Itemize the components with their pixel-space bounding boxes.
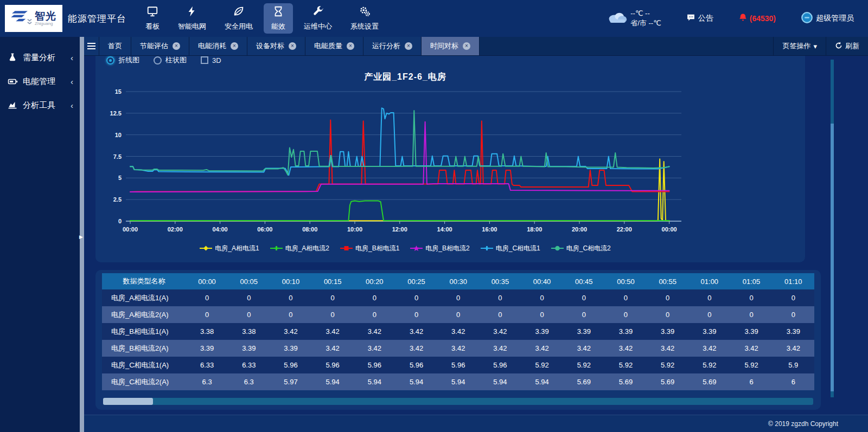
3d-checkbox[interactable]: 3D xyxy=(201,56,221,65)
cell-value: 5.96 xyxy=(354,357,395,373)
cell-value: 0 xyxy=(437,306,479,323)
column-header-time: 00:30 xyxy=(437,273,479,289)
chart-legend: 电房_A相电流1电房_A相电流2电房_B相电流1电房_B相电流2电房_C相电流1… xyxy=(95,244,715,253)
cell-value: 3.42 xyxy=(647,340,688,357)
nav-item-label: 运维中心 xyxy=(304,22,332,31)
alarm-count: (64530) xyxy=(750,14,776,23)
legend-label: 电房_A相电流1 xyxy=(215,244,259,253)
line-chart-radio-label: 折线图 xyxy=(118,56,139,65)
tab-close-icon[interactable]: × xyxy=(347,42,354,50)
svg-text:5: 5 xyxy=(118,175,122,181)
footer: © 2019 zgzdh Copyright xyxy=(84,415,868,432)
legend-item-4[interactable]: 电房_C相电流1 xyxy=(481,244,540,253)
avatar-icon xyxy=(801,11,813,25)
tab-6[interactable]: 时间对标× xyxy=(422,37,480,55)
legend-item-5[interactable]: 电房_C相电流2 xyxy=(551,244,611,253)
tab-label: 电能质量 xyxy=(314,41,342,51)
refresh-button[interactable]: 刷新 xyxy=(826,37,868,55)
cell-value: 5.94 xyxy=(312,373,354,390)
cell-value: 5.69 xyxy=(605,373,647,390)
notice-button[interactable]: 公告 xyxy=(686,13,713,24)
radio-icon xyxy=(154,56,162,65)
horizontal-scrollbar-thumb[interactable] xyxy=(103,398,153,405)
nav-item-0[interactable]: 看板 xyxy=(138,3,167,34)
nav-item-label: 智能电网 xyxy=(178,22,206,31)
nav-item-label: 系统设置 xyxy=(350,22,379,31)
top-navbar: 智光 Zhiguang 能源管理平台 看板智能电网安全用电能效运维中心系统设置 … xyxy=(0,0,868,37)
tab-close-icon[interactable]: × xyxy=(173,42,180,50)
vertical-scrollbar-thumb[interactable] xyxy=(831,124,834,391)
tab-close-icon[interactable]: × xyxy=(405,42,412,50)
cell-value: 0 xyxy=(773,306,814,323)
tab-5[interactable]: 运行分析× xyxy=(363,37,422,55)
tab-operations-dropdown[interactable]: 页签操作 ▾ xyxy=(773,37,826,55)
tab-2[interactable]: 电能消耗× xyxy=(189,37,247,55)
sidebar-item-0[interactable]: 需量分析‹ xyxy=(0,46,80,69)
cell-value: 5.92 xyxy=(730,357,772,373)
cell-value: 5.97 xyxy=(270,373,311,390)
tab-0[interactable]: 首页 xyxy=(99,37,131,55)
tab-4[interactable]: 电能质量× xyxy=(305,37,363,55)
star-marker-icon xyxy=(410,245,423,253)
main-nav: 看板智能电网安全用电能效运维中心系统设置 xyxy=(136,0,388,37)
cell-value: 5.96 xyxy=(312,357,354,373)
cell-value: 0 xyxy=(228,289,270,306)
cell-value: 0 xyxy=(354,289,395,306)
cell-value: 0 xyxy=(647,306,688,323)
row-name: 电房_B相电流1(A) xyxy=(102,323,186,340)
tabbar: 首页节能评估×电能消耗×设备对标×电能质量×运行分析×时间对标× 页签操作 ▾ … xyxy=(84,37,868,56)
svg-text:7.5: 7.5 xyxy=(113,153,122,160)
sidebar-item-label: 分析工具 xyxy=(23,100,71,111)
legend-item-3[interactable]: 电房_B相电流2 xyxy=(410,244,469,253)
legend-item-2[interactable]: 电房_B相电流1 xyxy=(340,244,399,253)
user-menu[interactable]: 超级管理员 xyxy=(801,11,854,25)
nav-item-3[interactable]: 能效 xyxy=(264,3,293,34)
time-comparison-chart: 02.557.51012.51500:0002:0004:0006:0008:0… xyxy=(95,85,805,243)
hamburger-menu-icon[interactable] xyxy=(84,37,99,55)
legend-item-1[interactable]: 电房_A相电流2 xyxy=(270,244,329,253)
tab-3[interactable]: 设备对标× xyxy=(247,37,305,55)
row-name: 电房_C相电流2(A) xyxy=(102,373,186,390)
cell-value: 0 xyxy=(521,306,563,323)
nav-item-2[interactable]: 安全用电 xyxy=(217,3,260,34)
horizontal-scrollbar[interactable] xyxy=(103,398,813,405)
cell-value: 5.94 xyxy=(479,373,521,390)
series-line xyxy=(130,201,669,221)
sidebar-item-2[interactable]: 分析工具‹ xyxy=(0,93,80,117)
bar-chart-radio[interactable]: 柱状图 xyxy=(154,56,187,65)
alarm-button[interactable]: (64530) xyxy=(738,13,776,24)
cell-value: 0 xyxy=(354,306,395,323)
cell-value: 0 xyxy=(688,306,730,323)
cell-value: 0 xyxy=(647,289,688,306)
column-header-time: 00:15 xyxy=(312,273,354,289)
cell-value: 0 xyxy=(395,289,437,306)
tab-close-icon[interactable]: × xyxy=(463,42,470,50)
cell-value: 3.39 xyxy=(186,340,228,357)
refresh-label: 刷新 xyxy=(845,41,859,51)
sidebar-item-1[interactable]: 电能管理‹ xyxy=(0,69,80,93)
column-header-time: 00:20 xyxy=(354,273,395,289)
line-chart-radio[interactable]: 折线图 xyxy=(106,56,139,65)
cell-value: 5.96 xyxy=(270,357,311,373)
cell-value: 3.42 xyxy=(479,340,521,357)
cell-value: 3.42 xyxy=(312,323,354,340)
tab-label: 电能消耗 xyxy=(198,41,226,51)
cell-value: 5.69 xyxy=(563,373,605,390)
nav-item-4[interactable]: 运维中心 xyxy=(296,3,340,34)
sidebar-item-label: 电能管理 xyxy=(23,76,71,87)
svg-text:2.5: 2.5 xyxy=(113,196,122,203)
legend-item-0[interactable]: 电房_A相电流1 xyxy=(200,244,259,253)
tab-close-icon[interactable]: × xyxy=(231,42,238,50)
column-header-time: 00:35 xyxy=(479,273,521,289)
cell-value: 3.42 xyxy=(563,340,605,357)
series-line xyxy=(130,122,669,192)
main-column: 首页节能评估×电能消耗×设备对标×电能质量×运行分析×时间对标× 页签操作 ▾ … xyxy=(84,37,868,432)
nav-item-5[interactable]: 系统设置 xyxy=(343,3,386,34)
cell-value: 6 xyxy=(773,373,814,390)
column-header-name: 数据类型名称 xyxy=(102,273,186,289)
tab-actions: 页签操作 ▾ 刷新 xyxy=(773,37,868,55)
tab-close-icon[interactable]: × xyxy=(289,42,296,50)
nav-item-1[interactable]: 智能电网 xyxy=(170,3,214,34)
vertical-scrollbar[interactable] xyxy=(831,60,834,397)
tab-1[interactable]: 节能评估× xyxy=(131,37,189,55)
